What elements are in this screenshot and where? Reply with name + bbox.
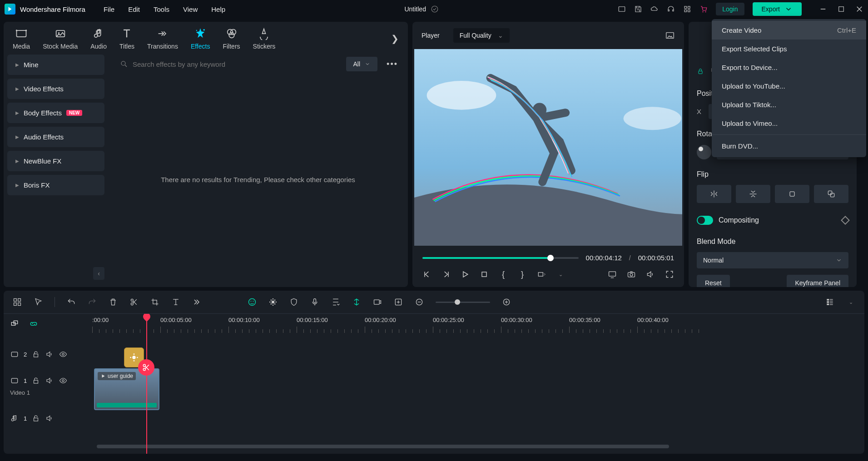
text-button[interactable] [171, 297, 180, 307]
track-area[interactable]: :00:0000:00:05:0000:00:10:0000:00:15:000… [92, 314, 864, 454]
ai-face-button[interactable] [248, 297, 257, 307]
rotate-knob[interactable] [697, 145, 711, 159]
shield-button[interactable] [289, 297, 298, 307]
tab-transitions[interactable]: Transitions [147, 27, 178, 50]
lock-icon[interactable] [697, 68, 704, 75]
fullscreen-button[interactable] [665, 270, 674, 279]
export-menu-item[interactable]: Upload to YouTube... [712, 77, 866, 95]
camera-button[interactable] [627, 270, 636, 279]
export-menu-item[interactable]: Upload to Tiktok... [712, 95, 866, 114]
close-button[interactable] [855, 5, 863, 13]
zoom-in-button[interactable] [502, 297, 511, 307]
sidebar-item-audio-effects[interactable]: ▶Audio Effects [7, 127, 104, 147]
manage-tracks-button[interactable] [13, 297, 22, 307]
menu-help[interactable]: Help [211, 5, 225, 13]
crop-button[interactable] [150, 297, 159, 307]
ratio-button[interactable] [537, 270, 546, 279]
video-lock-button[interactable] [31, 376, 40, 385]
filter-dropdown[interactable]: All [346, 57, 378, 71]
export-button[interactable]: Export [753, 2, 802, 16]
ratio-chevron-icon[interactable]: ⌄ [556, 270, 565, 279]
apps-icon[interactable] [683, 5, 691, 13]
compositing-toggle[interactable] [697, 216, 713, 225]
minimize-button[interactable] [819, 5, 827, 13]
zoom-slider[interactable] [436, 302, 490, 303]
time-ruler[interactable]: :00:0000:00:05:0000:00:10:0000:00:15:000… [92, 314, 864, 333]
selection-tool-button[interactable] [34, 297, 43, 307]
blend-mode-select[interactable]: Normal [697, 252, 848, 268]
sidebar-collapse-button[interactable]: ‹ [93, 267, 104, 280]
video-track-lane[interactable]: user guide [92, 372, 864, 417]
audio-lock-button[interactable] [31, 414, 40, 423]
sidebar-item-mine[interactable]: ▶Mine [7, 55, 104, 75]
fx-track-lane[interactable] [92, 346, 864, 372]
flip-horizontal-button[interactable] [697, 185, 731, 203]
zoom-out-button[interactable] [415, 297, 424, 307]
mark-in-button[interactable]: { [499, 270, 508, 279]
export-menu-item[interactable]: Export to Device... [712, 58, 866, 77]
sidebar-item-boris-fx[interactable]: ▶Boris FX [7, 175, 104, 195]
flip-vertical-button[interactable] [736, 185, 770, 203]
tab-media[interactable]: Media [13, 27, 30, 50]
stop-button[interactable] [480, 270, 489, 279]
quality-dropdown[interactable]: Full Quality [453, 28, 510, 43]
flip-copy1-button[interactable] [775, 185, 809, 203]
marker-button[interactable] [352, 297, 361, 307]
export-menu-item[interactable]: Upload to Vimeo... [712, 114, 866, 133]
progress-bar[interactable] [422, 257, 579, 259]
tabs-scroll-right[interactable]: ❯ [391, 33, 399, 44]
tab-stock-media[interactable]: Stock Media [43, 27, 78, 50]
audio-track-lane[interactable] [92, 417, 864, 444]
color-button[interactable] [268, 297, 278, 307]
login-button[interactable]: Login [716, 3, 744, 15]
display-button[interactable] [608, 270, 617, 279]
video-mute-button[interactable] [45, 376, 54, 385]
mic-button[interactable] [310, 297, 319, 307]
playhead-cut-button[interactable] [138, 359, 154, 376]
play-button[interactable] [461, 270, 470, 279]
menu-tools[interactable]: Tools [154, 5, 169, 13]
search-input[interactable] [133, 60, 335, 68]
maximize-button[interactable] [837, 5, 845, 13]
tab-filters[interactable]: Filters [223, 27, 240, 50]
cloud-sync-icon[interactable] [431, 5, 439, 13]
sidebar-item-video-effects[interactable]: ▶Video Effects [7, 79, 104, 99]
export-menu-item[interactable]: Create VideoCtrl+E [712, 21, 866, 40]
snapshot-button[interactable] [665, 30, 675, 40]
cart-icon[interactable] [699, 5, 708, 13]
reset-button[interactable]: Reset [697, 275, 730, 287]
menu-edit[interactable]: Edit [128, 5, 140, 13]
more-tools-button[interactable] [192, 297, 201, 307]
volume-button[interactable] [646, 270, 655, 279]
player-preview[interactable] [414, 49, 682, 246]
headphones-icon[interactable] [667, 5, 675, 13]
save-icon[interactable] [634, 5, 642, 13]
next-frame-button[interactable] [441, 270, 451, 279]
export-menu-item[interactable]: Export Selected Clips [712, 40, 866, 58]
view-options-button[interactable] [825, 297, 834, 307]
export-menu-item[interactable]: Burn DVD... [712, 137, 866, 155]
mark-out-button[interactable]: } [518, 270, 527, 279]
tab-stickers[interactable]: Stickers [253, 27, 276, 50]
tab-audio[interactable]: Audio [90, 27, 107, 50]
compositing-keyframe-button[interactable] [841, 216, 850, 225]
sidebar-item-newblue-fx[interactable]: ▶NewBlue FX [7, 151, 104, 171]
record-area-button[interactable] [373, 297, 382, 307]
more-options-button[interactable]: ••• [383, 58, 402, 71]
timeline-scrollbar[interactable] [97, 444, 860, 449]
prev-frame-button[interactable] [422, 270, 432, 279]
layout-icon[interactable] [618, 5, 626, 13]
sidebar-item-body-effects[interactable]: ▶Body EffectsNEW [7, 103, 104, 123]
playhead[interactable] [146, 314, 147, 454]
tab-titles[interactable]: Titles [119, 27, 134, 50]
fx-mute-button[interactable] [45, 350, 54, 359]
menu-view[interactable]: View [183, 5, 198, 13]
redo-button[interactable] [88, 297, 97, 307]
split-button[interactable] [129, 297, 139, 307]
tab-effects[interactable]: Effects [191, 27, 210, 50]
fx-lock-button[interactable] [31, 350, 40, 359]
audio-mute-button[interactable] [45, 414, 54, 423]
link-toggle-button[interactable] [29, 319, 38, 328]
menu-file[interactable]: File [104, 5, 114, 13]
delete-button[interactable] [109, 297, 118, 307]
